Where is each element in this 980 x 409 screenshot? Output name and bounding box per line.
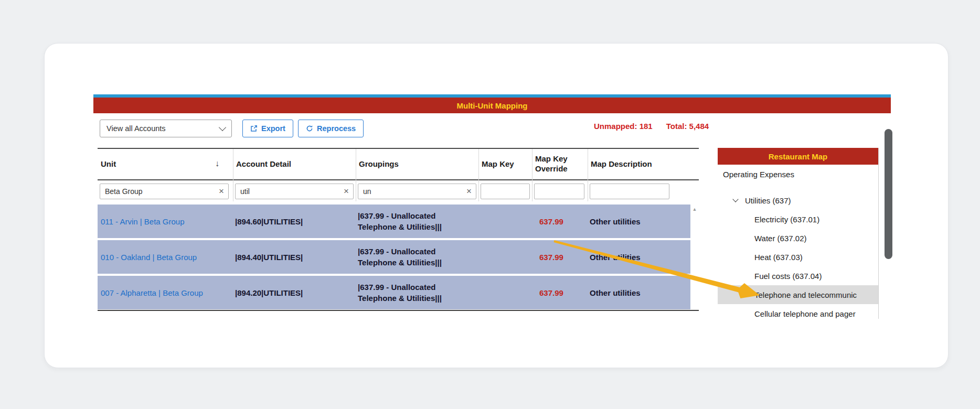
column-header-map-key-override[interactable]: Map Key Override [532,149,588,178]
map-description-filter [590,184,669,199]
tree-item-fuel-costs[interactable]: Fuel costs (637.04) [718,266,878,285]
tree-panel-edge [878,148,879,319]
sort-descending-icon[interactable]: ↓ [215,159,219,168]
reprocess-button[interactable]: Reprocess [298,120,364,137]
clear-filter-icon[interactable]: × [465,187,476,197]
account-detail-filter: × [235,184,354,199]
export-button-label: Export [261,124,285,133]
chevron-down-icon [219,123,226,131]
tree-item-cellular-telephone[interactable]: Cellular telephone and pager [718,304,878,319]
map-key-override-cell[interactable]: 637.99 [539,217,563,226]
unmapped-count: Unmapped: 181 [594,122,653,131]
column-header-groupings[interactable]: Groupings [356,149,478,178]
column-header-map-description[interactable]: Map Description [588,149,690,178]
reprocess-button-label: Reprocess [317,124,356,133]
groupings-filter: × [358,184,476,199]
map-section-label: Operating Expenses [718,165,878,184]
unit-link[interactable]: 007 - Alpharetta | Beta Group [101,288,203,297]
tree-item-water[interactable]: Water (637.02) [718,229,878,247]
groupings-filter-input[interactable] [358,184,465,199]
table-row[interactable]: 011 - Arvin | Beta Group |894.60|UTILITI… [98,204,690,238]
table-row[interactable]: 010 - Oakland | Beta Group |894.40|UTILI… [98,240,690,274]
total-count: Total: 5,484 [666,122,709,131]
map-description-cell: Other utilities [590,253,641,262]
column-header-unit[interactable]: Unit ↓ [98,149,233,178]
account-detail-cell: |894.60|UTILITIES| [235,217,303,226]
vertical-scrollbar-thumb[interactable] [885,129,892,259]
window-title-bar: Multi-Unit Mapping [93,98,891,113]
tree-item-telephone[interactable]: Telephone and telecommunic [718,285,878,304]
account-tree: Utilities (637) Electricity (637.01) Wat… [718,184,878,319]
tree-item-electricity[interactable]: Electricity (637.01) [718,210,878,229]
export-icon [250,125,258,132]
refresh-icon [306,125,313,132]
map-key-override-filter [534,184,584,199]
chevron-expanded-icon[interactable] [732,196,738,202]
grid-scrollbar[interactable]: ▲ [690,204,699,309]
account-detail-cell: |894.20|UTILITIES| [235,288,303,297]
table-header-border [98,179,699,180]
account-detail-filter-input[interactable] [236,184,343,199]
map-description-cell: Other utilities [590,288,641,297]
map-key-override-cell[interactable]: 637.99 [539,253,563,262]
restaurant-map-title: Restaurant Map [769,152,828,161]
account-view-dropdown-value: View all Accounts [106,124,166,133]
clear-filter-icon[interactable]: × [343,187,353,197]
restaurant-map-header: Restaurant Map [718,148,878,165]
groupings-cell: |637.99 - Unallocated Telephone & Utilit… [358,282,460,304]
clear-filter-icon[interactable]: × [218,187,228,197]
map-key-filter-input[interactable] [481,184,529,199]
unit-link[interactable]: 011 - Arvin | Beta Group [101,217,185,226]
column-header-account-detail[interactable]: Account Detail [233,149,356,178]
map-key-filter [481,184,530,199]
tree-item-heat[interactable]: Heat (637.03) [718,247,878,266]
scroll-up-icon[interactable]: ▲ [693,207,697,212]
map-key-override-filter-input[interactable] [535,184,584,199]
table-bottom-border [98,310,699,311]
column-header-map-key[interactable]: Map Key [478,149,532,178]
tree-item-utilities[interactable]: Utilities (637) [718,191,878,210]
mapping-stats: Unmapped: 181 Total: 5,484 [594,121,709,131]
groupings-cell: |637.99 - Unallocated Telephone & Utilit… [358,210,460,232]
account-detail-cell: |894.40|UTILITIES| [235,253,303,262]
unit-link[interactable]: 010 - Oakland | Beta Group [101,253,197,262]
map-key-override-cell[interactable]: 637.99 [539,288,563,297]
account-view-dropdown[interactable]: View all Accounts [100,120,232,137]
groupings-cell: |637.99 - Unallocated Telephone & Utilit… [358,246,460,268]
column-header-unit-label: Unit [101,159,116,168]
page-title: Multi-Unit Mapping [457,101,528,110]
unit-filter: × [100,184,229,199]
unit-filter-input[interactable] [100,184,218,199]
export-button[interactable]: Export [242,120,293,137]
map-description-filter-input[interactable] [590,184,669,199]
table-row[interactable]: 007 - Alpharetta | Beta Group |894.20|UT… [98,276,690,309]
map-description-cell: Other utilities [590,217,641,226]
